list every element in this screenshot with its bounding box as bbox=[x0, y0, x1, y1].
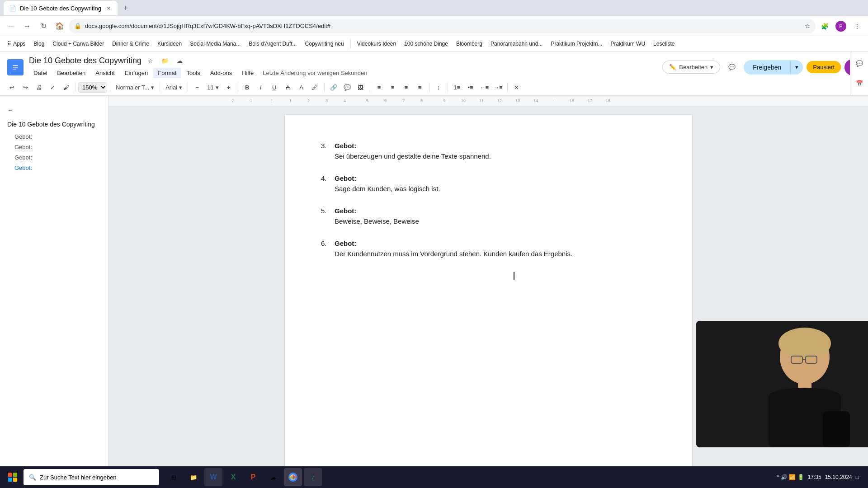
spell-check-button[interactable]: ✓ bbox=[46, 81, 59, 94]
bookmark-kursideen[interactable]: Kursideen bbox=[154, 39, 185, 49]
active-tab[interactable]: 📄 Die 10 Gebote des Copywriting ✕ bbox=[4, 1, 118, 15]
menu-datei[interactable]: Datei bbox=[29, 68, 52, 78]
bookmark-blog[interactable]: Blog bbox=[30, 39, 48, 49]
bookmark-panorama[interactable]: Panoramabahn und... bbox=[487, 39, 546, 49]
style-dropdown[interactable]: Normaler T... ▾ bbox=[113, 81, 157, 94]
bookmark-apps[interactable]: ⠿ Apps bbox=[4, 39, 29, 49]
menu-bearbeiten[interactable]: Bearbeiten bbox=[52, 68, 90, 78]
menu-tools[interactable]: Tools bbox=[182, 68, 204, 78]
taskbar-app-chrome[interactable] bbox=[284, 468, 302, 486]
link-button[interactable]: 🔗 bbox=[327, 81, 340, 94]
taskbar-app-files[interactable]: 📁 bbox=[184, 468, 203, 486]
home-button[interactable]: 🏠 bbox=[52, 19, 67, 33]
taskbar-search[interactable]: 🔍 Zur Suche Text hier eingeben bbox=[24, 469, 159, 485]
reload-button[interactable]: ↻ bbox=[36, 19, 51, 33]
font-size-dropdown[interactable]: 11 ▾ bbox=[204, 81, 221, 94]
comment-button[interactable]: 💬 bbox=[724, 59, 740, 75]
toolbar-separator-4 bbox=[188, 83, 188, 92]
notification-icon[interactable]: □ bbox=[856, 474, 859, 480]
comment-inline-button[interactable]: 💬 bbox=[341, 81, 354, 94]
italic-button[interactable]: I bbox=[255, 81, 267, 94]
svg-rect-38 bbox=[8, 478, 12, 482]
taskbar-app-excel[interactable]: X bbox=[224, 468, 242, 486]
redo-button[interactable]: ↪ bbox=[19, 81, 32, 94]
align-right-button[interactable]: ≡ bbox=[400, 81, 413, 94]
bookmark-dinner[interactable]: Dinner & Crime bbox=[108, 39, 153, 49]
font-dropdown[interactable]: Arial ▾ bbox=[163, 81, 185, 94]
decrease-font-button[interactable]: − bbox=[191, 81, 203, 94]
bookmark-separator bbox=[350, 39, 351, 48]
sidebar-item-gebot-3[interactable]: Gebot: bbox=[0, 152, 108, 163]
menu-addons[interactable]: Add-ons bbox=[206, 68, 236, 78]
image-button[interactable]: 🖼 bbox=[354, 81, 367, 94]
profile-button[interactable]: P bbox=[834, 19, 848, 33]
taskbar-app-taskview[interactable]: ⊞ bbox=[165, 468, 183, 486]
back-icon: ← bbox=[7, 107, 13, 113]
new-tab-button[interactable]: + bbox=[119, 2, 132, 14]
menu-ansicht[interactable]: Ansicht bbox=[91, 68, 119, 78]
menu-einfugen[interactable]: Einfügen bbox=[120, 68, 152, 78]
taskbar-app-powerpoint[interactable]: P bbox=[244, 468, 262, 486]
taskbar-app-word[interactable]: W bbox=[204, 468, 222, 486]
print-button[interactable]: 🖨 bbox=[33, 81, 45, 94]
sidebar-back-button[interactable]: ← bbox=[0, 103, 108, 117]
font-color-button[interactable]: A bbox=[295, 81, 308, 94]
pausiert-button[interactable]: Pausiert bbox=[807, 61, 841, 73]
bookmark-bois[interactable]: Bois d'Argent Duft... bbox=[245, 39, 300, 49]
bookmark-praktikum-wu[interactable]: Praktikum WU bbox=[607, 39, 649, 49]
clear-formatting-button[interactable]: ✕ bbox=[510, 81, 523, 94]
share-button[interactable]: Freigeben bbox=[744, 60, 790, 75]
docs-logo-icon bbox=[7, 59, 24, 75]
menu-button[interactable]: ⋮ bbox=[850, 19, 864, 33]
increase-indent-button[interactable]: →≡ bbox=[491, 81, 505, 94]
bookmark-praktikum-pm[interactable]: Praktikum Projektm... bbox=[547, 39, 606, 49]
svg-text:18: 18 bbox=[606, 99, 610, 103]
align-center-button[interactable]: ≡ bbox=[387, 81, 399, 94]
line-spacing-button[interactable]: ↕ bbox=[432, 81, 445, 94]
menu-hilfe[interactable]: Hilfe bbox=[237, 68, 258, 78]
justify-button[interactable]: ≡ bbox=[414, 81, 426, 94]
bookmark-cloud[interactable]: Cloud + Canva Bilder bbox=[49, 39, 108, 49]
undo-button[interactable]: ↩ bbox=[5, 81, 18, 94]
svg-rect-35 bbox=[823, 411, 850, 447]
bookmark-bloomberg[interactable]: Bloomberg bbox=[453, 39, 486, 49]
star-icon[interactable]: ☆ bbox=[145, 55, 156, 66]
taskbar-app-onedrive[interactable]: ☁ bbox=[264, 468, 282, 486]
menu-format[interactable]: Format bbox=[153, 68, 181, 78]
forward-button[interactable]: → bbox=[20, 19, 34, 33]
cloud-icon[interactable]: ☁ bbox=[174, 55, 185, 66]
decrease-indent-button[interactable]: ←≡ bbox=[478, 81, 491, 94]
share-dropdown-button[interactable]: ▾ bbox=[790, 60, 803, 74]
back-button[interactable]: ← bbox=[4, 19, 18, 33]
sidebar-item-gebot-2[interactable]: Gebot: bbox=[0, 142, 108, 152]
bookmark-copywriting[interactable]: Copywriting neu bbox=[302, 39, 348, 49]
highlight-button[interactable]: 🖊 bbox=[309, 81, 321, 94]
taskbar-app-spotify[interactable]: ♪ bbox=[304, 468, 322, 486]
bookmark-social[interactable]: Social Media Mana... bbox=[186, 39, 244, 49]
bookmark-100schone[interactable]: 100 schöne Dinge bbox=[401, 39, 452, 49]
move-icon[interactable]: 📁 bbox=[160, 55, 170, 66]
address-bar[interactable]: 🔒 docs.google.com/document/d/1JSojgHRq3E… bbox=[69, 19, 816, 33]
zoom-select[interactable]: 150% 100% 75% bbox=[78, 82, 107, 93]
strikethrough-button[interactable]: A bbox=[282, 81, 294, 94]
extensions-button[interactable]: 🧩 bbox=[817, 19, 832, 33]
sidebar-item-gebot-1[interactable]: Gebot: bbox=[0, 131, 108, 142]
paint-format-button[interactable]: 🖌 bbox=[60, 81, 72, 94]
document-title[interactable]: Die 10 Gebote des Copywriting bbox=[29, 56, 142, 66]
bullet-list-button[interactable]: •≡ bbox=[464, 81, 477, 94]
bookmark-leseliste[interactable]: Leseliste bbox=[650, 39, 678, 49]
numbered-list-button[interactable]: 1≡ bbox=[451, 81, 463, 94]
bearbeiten-button[interactable]: ✏️ Bearbeiten ▾ bbox=[662, 61, 720, 74]
underline-button[interactable]: U bbox=[268, 81, 281, 94]
svg-text:|: | bbox=[271, 99, 272, 103]
bookmark-videokurs[interactable]: Videokurs Ideen bbox=[354, 39, 400, 49]
bookmark-star-icon[interactable]: ☆ bbox=[805, 23, 810, 29]
align-left-button[interactable]: ≡ bbox=[373, 81, 386, 94]
document-page[interactable]: 3. Gebot: Sei überzeugen und gestalte de… bbox=[285, 115, 692, 479]
increase-font-button[interactable]: + bbox=[222, 81, 235, 94]
tab-close-button[interactable]: ✕ bbox=[105, 5, 112, 12]
start-button[interactable] bbox=[4, 468, 22, 486]
svg-text:10: 10 bbox=[461, 99, 466, 103]
bold-button[interactable]: B bbox=[241, 81, 254, 94]
sidebar-item-gebot-4[interactable]: Gebot: bbox=[0, 163, 108, 173]
